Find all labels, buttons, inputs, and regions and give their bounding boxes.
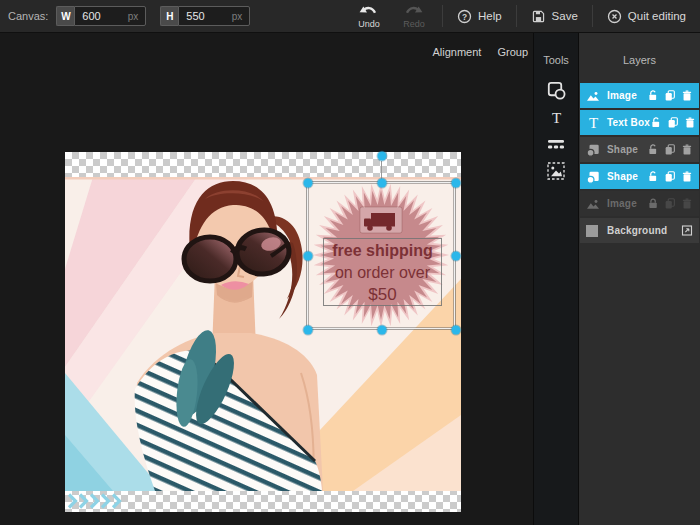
trash-icon[interactable]	[684, 116, 696, 129]
trash-icon[interactable]	[681, 89, 693, 102]
layer-label: Shape	[607, 171, 647, 182]
badge-line-2: on order over	[324, 262, 441, 284]
truck-icon	[360, 207, 402, 233]
duplicate-icon[interactable]	[664, 197, 676, 210]
resize-handle-sw[interactable]	[304, 326, 313, 335]
lines-icon	[547, 139, 565, 150]
image-frame-icon	[547, 162, 565, 180]
resize-handle-s[interactable]	[378, 326, 387, 335]
lines-tool-button[interactable]	[534, 133, 578, 155]
resize-icon[interactable]	[681, 224, 693, 237]
quit-editing-button[interactable]: Quit editing	[604, 9, 692, 24]
top-toolbar: Canvas: W 600 px H 550 px Undo Redo	[0, 0, 700, 33]
unlock-icon[interactable]	[647, 143, 659, 156]
duplicate-icon[interactable]	[664, 89, 676, 102]
text-icon: T	[549, 110, 564, 125]
help-label: Help	[478, 10, 502, 22]
lock-icon[interactable]	[647, 197, 659, 210]
save-button[interactable]: Save	[528, 9, 581, 24]
badge-line-3: $50	[324, 284, 441, 306]
quit-circle-icon	[607, 9, 622, 24]
svg-text:?: ?	[462, 11, 467, 21]
layers-panel: Layers ImageTText BoxShapeShapeImageBack…	[578, 33, 700, 525]
undo-arrow-icon	[358, 4, 379, 18]
layer-actions	[647, 197, 693, 210]
canvas-width-input[interactable]: 600 px	[74, 6, 146, 26]
layer-row-image[interactable]: Image	[580, 83, 699, 108]
resize-handle-w[interactable]	[304, 252, 313, 261]
canvas-width-field: W 600 px	[56, 6, 146, 26]
badge-line-1: free shipping	[324, 240, 441, 262]
undo-button[interactable]: Undo	[352, 4, 386, 29]
layer-row-text-box[interactable]: TText Box	[580, 110, 699, 135]
resize-handle-e[interactable]	[452, 252, 461, 261]
layer-label: Shape	[607, 144, 647, 155]
quit-editing-label: Quit editing	[628, 10, 686, 22]
redo-label: Redo	[403, 19, 425, 29]
text-tool-button[interactable]: T	[534, 106, 578, 128]
swatch-icon	[586, 223, 601, 238]
toolbar-separator	[516, 5, 517, 27]
layers-panel-title: Layers	[579, 33, 700, 66]
layer-actions	[647, 89, 693, 102]
shape-tool-button[interactable]	[534, 79, 578, 101]
canvas-width-value: 600	[82, 10, 127, 22]
group-button[interactable]: Group	[497, 46, 528, 58]
shape-icon	[586, 142, 601, 157]
tools-panel-title: Tools	[534, 33, 578, 66]
resize-handle-se[interactable]	[452, 326, 461, 335]
canvas-height-input[interactable]: 550 px	[178, 6, 250, 26]
save-floppy-icon	[531, 9, 546, 24]
layer-label: Background	[607, 225, 681, 236]
unlock-icon[interactable]	[650, 116, 662, 129]
context-bar: Alignment Group	[433, 46, 529, 58]
canvas-height-field: H 550 px	[160, 6, 250, 26]
trash-icon[interactable]	[681, 197, 693, 210]
redo-arrow-icon	[403, 4, 424, 18]
tools-panel: Tools T	[533, 33, 578, 525]
alignment-button[interactable]: Alignment	[433, 46, 482, 58]
canvas-height-unit: px	[232, 11, 243, 22]
unlock-icon[interactable]	[647, 170, 659, 183]
shapes-icon	[547, 81, 566, 100]
selection-bounding-box[interactable]: free shipping on order over $50	[307, 182, 455, 329]
redo-button[interactable]: Redo	[397, 4, 431, 29]
resize-handle-nw[interactable]	[304, 179, 313, 188]
height-key-label: H	[160, 6, 178, 26]
image-icon	[586, 88, 601, 103]
resize-handle-ne[interactable]	[452, 179, 461, 188]
duplicate-icon[interactable]	[667, 116, 679, 129]
trash-icon[interactable]	[681, 170, 693, 183]
badge-text-box[interactable]: free shipping on order over $50	[323, 238, 442, 306]
layer-row-shape[interactable]: Shape	[580, 164, 699, 189]
canvas-height-value: 550	[186, 10, 231, 22]
layer-row-background[interactable]: Background	[580, 218, 699, 243]
help-button[interactable]: ? Help	[454, 9, 505, 24]
toolbar-separator	[592, 5, 593, 27]
workspace: Alignment Group	[0, 33, 533, 525]
image-icon	[586, 196, 601, 211]
layer-row-image[interactable]: Image	[580, 191, 699, 216]
rotation-handle[interactable]	[378, 152, 387, 161]
chevron-arrows-icon	[67, 493, 129, 509]
duplicate-icon[interactable]	[664, 170, 676, 183]
canvas-size-label: Canvas:	[8, 10, 48, 22]
svg-text:T: T	[589, 115, 598, 130]
unlock-icon[interactable]	[647, 89, 659, 102]
canvas-width-unit: px	[128, 11, 139, 22]
help-circle-icon: ?	[457, 9, 472, 24]
design-canvas[interactable]: free shipping on order over $50	[65, 152, 461, 512]
text-icon: T	[586, 115, 601, 130]
layer-row-shape[interactable]: Shape	[580, 137, 699, 162]
image-tool-button[interactable]	[534, 160, 578, 182]
layer-actions	[650, 116, 696, 129]
layer-label: Text Box	[607, 117, 650, 128]
shape-icon	[586, 169, 601, 184]
duplicate-icon[interactable]	[664, 143, 676, 156]
trash-icon[interactable]	[681, 143, 693, 156]
width-key-label: W	[56, 6, 74, 26]
resize-handle-n[interactable]	[378, 179, 387, 188]
layer-label: Image	[607, 198, 647, 209]
toolbar-separator	[442, 5, 443, 27]
undo-label: Undo	[358, 19, 380, 29]
